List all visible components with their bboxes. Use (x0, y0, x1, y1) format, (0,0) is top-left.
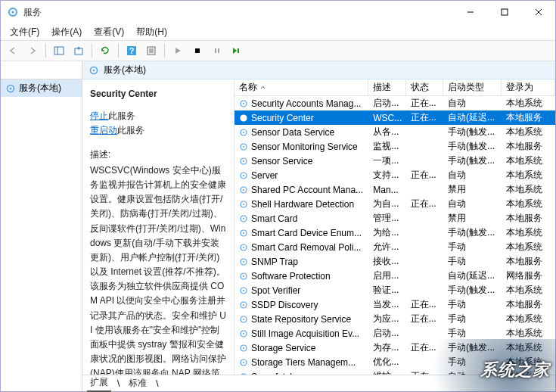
service-row[interactable]: Sensor Monitoring Service监视...手动(触发...本地… (235, 139, 555, 154)
cell-logon: 本地服务 (502, 254, 555, 269)
cell-startup: 手动 (443, 240, 502, 254)
service-row[interactable]: Smart Card Removal Poli...允许...手动本地系统 (235, 240, 555, 254)
cell-logon: 本地系统 (502, 182, 555, 197)
cell-logon: 本地系统 (502, 226, 555, 240)
service-row[interactable]: Shell Hardware Detection为自...正在...自动本地系统 (235, 197, 555, 211)
restart-service-button[interactable] (228, 42, 246, 59)
properties-button[interactable] (142, 42, 160, 59)
svg-rect-15 (195, 48, 200, 53)
pause-service-button (208, 42, 226, 59)
cell-name: Spot Verifier (235, 285, 368, 297)
cell-name: State Repository Service (235, 313, 368, 325)
cell-logon: 本地服务 (502, 110, 555, 125)
cell-startup: 手动(触发... (443, 125, 502, 139)
cell-name: Smart Card (235, 213, 368, 225)
svg-rect-16 (215, 48, 216, 53)
cell-startup: 自动 (443, 96, 502, 110)
cell-desc: Man... (368, 184, 405, 196)
cell-desc: 启用... (368, 269, 405, 283)
cell-status (406, 146, 443, 148)
cell-status: 正在... (406, 96, 443, 110)
help-button[interactable]: ? (123, 42, 141, 59)
svg-point-48 (243, 275, 244, 276)
cell-desc: 管理... (368, 211, 405, 226)
titlebar: 服务 (1, 1, 555, 23)
cell-startup: 手动 (443, 297, 502, 312)
cell-desc: 接收... (368, 254, 405, 269)
service-row[interactable]: Sensor Data Service从各...手动(触发...本地系统 (235, 125, 555, 139)
service-row[interactable]: Software Protection启用...自动(延迟...网络服务 (235, 269, 555, 283)
stop-service-button[interactable] (188, 42, 207, 59)
cell-startup: 手动 (443, 254, 502, 269)
cell-desc: 启动... (368, 326, 405, 341)
gear-icon (5, 83, 16, 94)
svg-point-1 (12, 11, 14, 14)
svg-point-46 (243, 260, 244, 262)
cell-name: Sensor Service (235, 155, 368, 167)
service-row[interactable]: Storage Tiers Managem...优化...手动本地系统 (235, 355, 555, 369)
service-row[interactable]: Smart Card管理...禁用本地服务 (235, 211, 555, 226)
selected-service-title: Security Center (90, 87, 226, 101)
svg-point-42 (243, 232, 244, 233)
service-row[interactable]: State Repository Service为应...正在...手动本地系统 (235, 312, 555, 326)
service-row[interactable]: Still Image Acquisition Ev...启动...手动本地系统 (235, 326, 555, 341)
service-row[interactable]: Security Accounts Manag...启动...正在...自动本地… (235, 96, 555, 110)
menu-view[interactable]: 查看(V) (89, 24, 129, 40)
column-desc[interactable]: 描述 (368, 79, 405, 95)
menu-help[interactable]: 帮助(H) (132, 24, 172, 40)
cell-desc: 验证... (368, 283, 405, 297)
menu-action[interactable]: 操作(A) (47, 24, 86, 40)
service-row[interactable]: Superfetch维护...正在...自动本地系统 (235, 369, 555, 375)
tab-standard[interactable]: 标准 (126, 375, 150, 391)
refresh-button[interactable] (96, 42, 114, 59)
cell-logon: 本地系统 (502, 197, 555, 211)
close-button[interactable] (521, 1, 555, 23)
minimize-button[interactable] (453, 1, 487, 23)
tree-item-services-local[interactable]: 服务(本地) (1, 79, 82, 97)
cell-desc: WSC... (368, 112, 405, 124)
column-name[interactable]: 名称 (235, 79, 368, 95)
cell-startup: 禁用 (443, 211, 502, 226)
window-title: 服务 (23, 6, 453, 19)
service-row[interactable]: SNMP Trap接收...手动本地服务 (235, 254, 555, 269)
cell-logon: 网络服务 (502, 269, 555, 283)
list-body[interactable]: Security Accounts Manag...启动...正在...自动本地… (235, 96, 555, 375)
cell-name: Security Center (235, 112, 368, 124)
cell-startup: 手动(触发... (443, 139, 502, 154)
export-list-button[interactable] (70, 42, 88, 59)
list-header: 名称 描述 状态 启动类型 登录为 (235, 79, 555, 96)
service-row[interactable]: Security CenterWSC...正在...自动(延迟...本地服务 (235, 110, 555, 125)
service-row[interactable]: Server支持...正在...自动本地系统 (235, 168, 555, 182)
cell-logon: 本地系统 (502, 168, 555, 182)
cell-status: 正在... (406, 369, 443, 375)
stop-service-link[interactable]: 停止 (90, 110, 108, 121)
cell-startup: 自动(延迟... (443, 110, 502, 125)
column-logon[interactable]: 登录为 (502, 79, 555, 95)
cell-startup: 手动 (443, 326, 502, 341)
cell-name: SNMP Trap (235, 256, 368, 268)
show-hide-tree-button[interactable] (50, 42, 68, 59)
maximize-button[interactable] (487, 1, 521, 23)
service-row[interactable]: Spot Verifier验证...手动(触发...本地系统 (235, 283, 555, 297)
service-row[interactable]: SSDP Discovery当发...正在...手动本地服务 (235, 297, 555, 312)
cell-logon: 本地系统 (502, 369, 555, 375)
service-row[interactable]: Sensor Service一项...手动(触发...本地系统 (235, 154, 555, 168)
svg-point-32 (243, 160, 244, 161)
column-status[interactable]: 状态 (406, 79, 443, 95)
services-app-icon (7, 6, 19, 18)
service-row[interactable]: Shared PC Account Mana...Man...禁用本地系统 (235, 182, 555, 197)
svg-point-60 (243, 361, 244, 362)
service-row[interactable]: Storage Service为存...正在...手动(触发...本地系统 (235, 341, 555, 355)
cell-name: Storage Tiers Managem... (235, 356, 368, 369)
cell-logon: 本地系统 (502, 355, 555, 369)
svg-point-44 (243, 246, 244, 247)
column-startup[interactable]: 启动类型 (443, 79, 502, 95)
main-header-label: 服务(本地) (104, 64, 146, 76)
tab-extended[interactable]: 扩展 (87, 375, 111, 392)
service-row[interactable]: Smart Card Device Enum...为给...手动(触发...本地… (235, 226, 555, 240)
cell-desc: 为存... (368, 341, 405, 355)
restart-service-link[interactable]: 重启动 (90, 125, 117, 135)
cell-logon: 本地系统 (502, 96, 555, 110)
svg-point-54 (243, 318, 244, 319)
menu-file[interactable]: 文件(F) (5, 24, 44, 40)
